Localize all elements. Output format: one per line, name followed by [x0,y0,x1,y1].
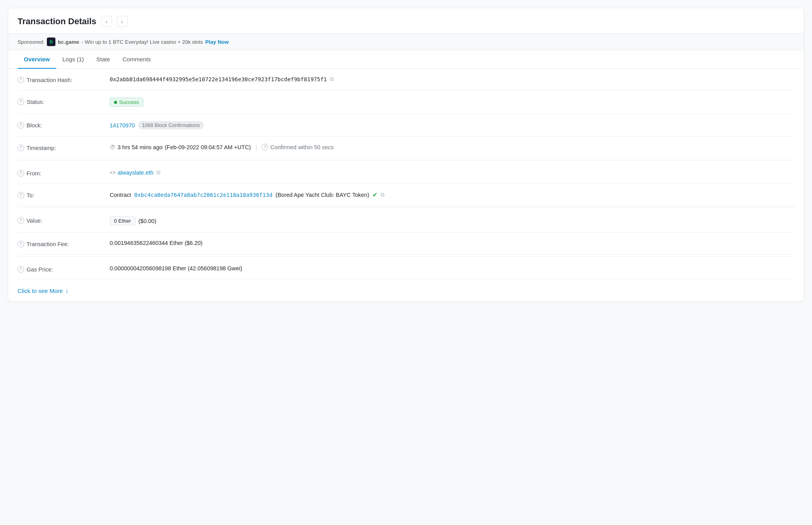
status-value: Success [110,98,794,107]
value-value: 0 Ether ($0.00) [110,216,794,225]
block-number-link[interactable]: 14170970 [110,122,135,129]
gas-price-label: ? Gas Price: [18,265,103,273]
to-address-link[interactable]: 0xbc4ca0eda7647a8ab7c2061c2e118a18a936f1… [134,192,272,198]
timestamp-label: ? Timestamp: [18,144,103,151]
section-divider [18,160,794,161]
confirmed-help-icon[interactable]: ? [262,144,268,150]
to-row: ? To: Contract 0xbc4ca0eda7647a8ab7c2061… [18,184,794,206]
section-divider-3 [18,256,794,257]
timestamp-absolute: (Feb-09-2022 09:04:57 AM +UTC) [165,144,251,150]
from-value: <> alwayslate.eth ⧉ [110,169,794,176]
gas-price-row: ? Gas Price: 0.000000042056098198 Ether … [18,258,794,280]
prev-button[interactable]: ‹ [101,16,112,27]
section-divider-2 [18,207,794,208]
sponsor-bar: Sponsored: b bc.game - Win up to 1 BTC E… [8,34,804,50]
timestamp-relative: 3 hrs 54 mins ago [118,144,162,150]
transaction-fee-label: ? Transaction Fee: [18,240,103,247]
click-more-link[interactable]: Click to see More ↓ [18,287,68,294]
transaction-hash-help-icon[interactable]: ? [18,77,24,83]
transaction-hash-value: 0x2abb81da698444f4932995e5e10722e134196e… [110,76,794,82]
page-header: Transaction Details ‹ › [8,8,804,34]
tab-comments[interactable]: Comments [116,50,157,69]
value-row: ? Value: 0 Ether ($0.00) [18,209,794,233]
tab-state[interactable]: State [90,50,116,69]
tab-logs[interactable]: Logs (1) [56,50,90,69]
block-value: 14170970 1068 Block Confirmations [110,121,794,129]
tabs-nav: Overview Logs (1) State Comments [8,50,804,69]
sponsor-logo: b [47,38,55,46]
next-button[interactable]: › [117,16,128,27]
timestamp-text: ⏱ 3 hrs 54 mins ago (Feb-09-2022 09:04:5… [110,144,251,150]
to-help-icon[interactable]: ? [18,192,24,198]
block-label: ? Block: [18,121,103,129]
copy-from-icon[interactable]: ⧉ [157,169,160,176]
verified-icon: ✔ [372,191,378,198]
click-more-section: Click to see More ↓ [18,280,794,301]
value-usd: ($0.00) [139,218,157,224]
sponsor-label: Sponsored: [18,39,45,45]
block-help-icon[interactable]: ? [18,122,24,129]
arrow-down-icon: ↓ [65,287,68,294]
to-name: (Bored Ape Yacht Club: BAYC Token) [276,192,369,198]
status-help-icon[interactable]: ? [18,98,24,105]
transaction-fee-row: ? Transaction Fee: 0.00194635622460344 E… [18,233,794,255]
to-prefix: Contract [110,192,131,198]
timestamp-value: ⏱ 3 hrs 54 mins ago (Feb-09-2022 09:04:5… [110,144,794,150]
gas-price-value: 0.000000042056098198 Ether (42.056098198… [110,265,794,271]
gas-price-help-icon[interactable]: ? [18,266,24,273]
click-more-label: Click to see More [18,288,63,294]
from-label: ? From: [18,169,103,177]
tab-overview[interactable]: Overview [18,50,56,69]
tx-hash-text: 0x2abb81da698444f4932995e5e10722e134196e… [110,76,327,82]
sponsor-name: bc.game [58,39,79,45]
value-help-icon[interactable]: ? [18,217,24,224]
to-value: Contract 0xbc4ca0eda7647a8ab7c2061c2e118… [110,191,794,198]
value-amount-badge: 0 Ether [110,216,135,225]
status-badge: Success [110,98,143,107]
status-dot [114,101,117,104]
sponsor-cta-link[interactable]: Play Now [205,39,229,45]
timestamp-help-icon[interactable]: ? [18,145,24,151]
from-row: ? From: <> alwayslate.eth ⧉ [18,162,794,184]
transaction-fee-help-icon[interactable]: ? [18,241,24,247]
to-label: ? To: [18,191,103,198]
overview-content: ? Transaction Hash: 0x2abb81da698444f493… [8,69,804,301]
pipe-divider: | [256,144,257,150]
status-label: ? Status: [18,98,103,105]
transaction-hash-label: ? Transaction Hash: [18,76,103,83]
transaction-hash-row: ? Transaction Hash: 0x2abb81da698444f493… [18,69,794,91]
clock-icon: ⏱ [110,144,115,150]
copy-hash-icon[interactable]: ⧉ [330,76,334,82]
value-label: ? Value: [18,216,103,224]
copy-to-icon[interactable]: ⧉ [381,191,385,198]
confirmed-text: ? Confirmed within 50 secs [262,144,333,150]
status-row: ? Status: Success [18,91,794,114]
from-address-link[interactable]: <> alwayslate.eth [110,170,153,176]
code-brackets-icon: <> [110,170,116,175]
page-title: Transaction Details [18,16,96,27]
timestamp-row: ? Timestamp: ⏱ 3 hrs 54 mins ago (Feb-09… [18,137,794,159]
block-confirmations-badge: 1068 Block Confirmations [138,121,204,129]
sponsor-description: - Win up to 1 BTC Everyday! Live casino … [82,39,203,45]
block-row: ? Block: 14170970 1068 Block Confirmatio… [18,114,794,137]
from-help-icon[interactable]: ? [18,170,24,177]
transaction-fee-value: 0.00194635622460344 Ether ($6.20) [110,240,794,246]
transaction-details-page: Transaction Details ‹ › Sponsored: b bc.… [8,8,804,302]
